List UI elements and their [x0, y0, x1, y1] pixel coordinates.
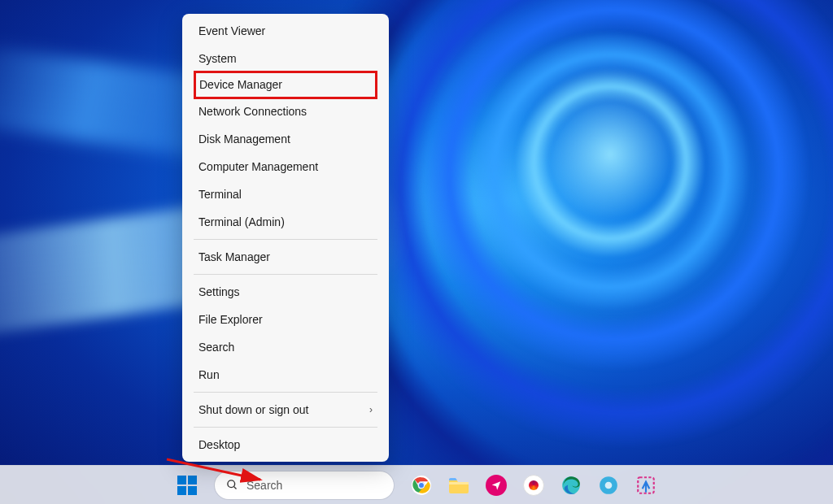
taskbar-app-file-explorer[interactable] [443, 469, 475, 502]
taskbar-app-chrome[interactable] [405, 469, 438, 502]
menu-item-settings[interactable]: Settings [185, 278, 386, 306]
app-icon [523, 475, 544, 496]
menu-item-terminal-admin-[interactable]: Terminal (Admin) [185, 208, 386, 236]
taskbar-app-edge[interactable] [555, 469, 587, 502]
menu-item-device-manager[interactable]: Device Manager [194, 71, 377, 99]
menu-item-label: Desktop [198, 438, 240, 451]
desktop: Event ViewerSystemDevice ManagerNetwork … [0, 0, 833, 504]
menu-item-label: Terminal (Admin) [198, 215, 285, 228]
menu-item-terminal[interactable]: Terminal [185, 180, 386, 208]
edge-icon [560, 475, 582, 496]
menu-item-event-viewer[interactable]: Event Viewer [185, 17, 386, 45]
menu-separator [194, 427, 377, 428]
search-placeholder: Search [246, 479, 282, 492]
menu-item-task-manager[interactable]: Task Manager [185, 243, 386, 271]
menu-item-label: Device Manager [199, 78, 282, 91]
app-icon [598, 475, 619, 496]
menu-item-label: Event Viewer [198, 24, 265, 37]
menu-item-shut-down-or-sign-out[interactable]: Shut down or sign out› [185, 396, 386, 424]
menu-item-label: Disk Management [198, 133, 290, 146]
menu-item-run[interactable]: Run [185, 361, 386, 389]
menu-separator [194, 239, 377, 240]
menu-item-label: Search [198, 341, 234, 354]
app-icon [486, 475, 507, 496]
taskbar-app-4[interactable] [517, 469, 550, 502]
menu-separator [194, 392, 377, 393]
menu-item-disk-management[interactable]: Disk Management [185, 125, 386, 153]
menu-item-label: System [198, 52, 237, 65]
svg-rect-6 [449, 482, 469, 484]
taskbar: Search [0, 465, 833, 504]
menu-item-file-explorer[interactable]: File Explorer [185, 306, 386, 333]
menu-item-label: Shut down or sign out [198, 403, 308, 416]
svg-line-2 [233, 486, 236, 489]
taskbar-search[interactable]: Search [215, 471, 394, 499]
menu-item-label: File Explorer [198, 313, 263, 326]
svg-point-5 [418, 482, 424, 488]
menu-separator [194, 274, 377, 275]
winx-context-menu: Event ViewerSystemDevice ManagerNetwork … [182, 14, 389, 462]
search-icon [226, 479, 238, 491]
chevron-right-icon: › [369, 404, 373, 415]
svg-point-9 [605, 481, 613, 489]
taskbar-app-3[interactable] [480, 469, 512, 502]
menu-item-desktop[interactable]: Desktop [185, 431, 386, 458]
menu-item-label: Terminal [198, 188, 242, 201]
menu-item-computer-management[interactable]: Computer Management [185, 153, 386, 180]
snip-icon [635, 475, 656, 496]
taskbar-app-snipping-tool[interactable] [630, 469, 662, 502]
chrome-icon [411, 475, 432, 496]
menu-item-label: Task Manager [198, 250, 270, 263]
start-button[interactable] [171, 469, 203, 502]
menu-item-label: Run [198, 368, 220, 381]
menu-item-system[interactable]: System [185, 45, 386, 72]
folder-icon [448, 476, 469, 494]
menu-item-label: Network Connections [198, 105, 307, 118]
menu-item-label: Computer Management [198, 160, 318, 173]
menu-item-search[interactable]: Search [185, 333, 386, 361]
windows-logo-icon [177, 476, 197, 495]
svg-point-1 [228, 480, 235, 488]
menu-item-label: Settings [198, 285, 240, 298]
menu-item-network-connections[interactable]: Network Connections [185, 98, 386, 125]
taskbar-app-6[interactable] [592, 469, 625, 502]
